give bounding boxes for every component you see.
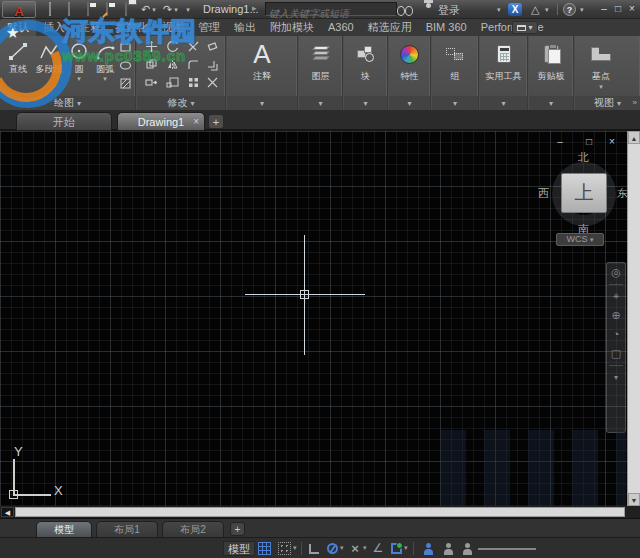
explode-tool[interactable] bbox=[204, 75, 220, 91]
draw-panel-title[interactable]: 绘图 ▾ bbox=[0, 96, 135, 110]
new-drawing-button[interactable] bbox=[42, 3, 57, 16]
nav-wheel-icon[interactable]: ◎ bbox=[607, 263, 625, 282]
mirror-tool[interactable] bbox=[164, 57, 180, 73]
base-point-button[interactable]: 基点 ▾ bbox=[575, 38, 627, 91]
ribbon-tab-addins[interactable]: 附加模块 bbox=[263, 19, 321, 36]
groups-panel-title[interactable]: ▾ bbox=[432, 96, 478, 110]
osnap-dropdown-icon[interactable]: ▾ bbox=[404, 544, 408, 552]
ellipse-tool[interactable] bbox=[117, 58, 134, 73]
scroll-left-button[interactable]: ◀ bbox=[1, 507, 14, 517]
qat-customize-dropdown[interactable]: ▾ bbox=[183, 3, 193, 16]
layout-tab-layout2[interactable]: 布局2 bbox=[162, 521, 224, 538]
model-space-button[interactable]: 模型 bbox=[223, 541, 255, 556]
circle-tool[interactable]: 圆 ▾ bbox=[67, 40, 91, 82]
clipboard-panel-title[interactable]: ▾ bbox=[529, 96, 573, 110]
ribbon-tab-view[interactable]: 视图 bbox=[155, 19, 191, 36]
layout-tab-layout1[interactable]: 布局1 bbox=[96, 521, 158, 538]
close-button[interactable]: × bbox=[626, 3, 638, 16]
file-tab-close-icon[interactable]: × bbox=[193, 113, 199, 131]
vertical-scrollbar[interactable]: ▲ ▼ bbox=[627, 131, 640, 506]
signin-dropdown[interactable]: ▾ bbox=[497, 3, 501, 16]
move-tool[interactable] bbox=[143, 39, 159, 55]
annotation-scale-button[interactable] bbox=[460, 541, 476, 556]
navigation-bar[interactable]: ◎ ⌖ ⊕ ◔ ▢ ▾ bbox=[606, 262, 626, 433]
properties-button[interactable]: 特性 bbox=[389, 38, 430, 83]
drawing-close-button[interactable]: × bbox=[606, 136, 618, 147]
trim-tool[interactable] bbox=[185, 39, 201, 55]
ribbon-tab-bim360[interactable]: BIM 360 bbox=[419, 19, 474, 36]
modify-panel-title[interactable]: 修改 ▾ bbox=[137, 96, 225, 110]
a360-dropdown[interactable]: ▾ bbox=[545, 3, 549, 16]
block-button[interactable]: 块 bbox=[344, 38, 387, 83]
utilities-panel-title[interactable]: ▾ bbox=[480, 96, 527, 110]
help-button[interactable]: ? bbox=[563, 3, 576, 16]
help-dropdown[interactable]: ▾ bbox=[580, 3, 584, 16]
ribbon-display-toggle[interactable]: ▾ bbox=[512, 21, 538, 34]
drawing-restore-button[interactable]: □ bbox=[583, 136, 595, 147]
ribbon-tab-home[interactable]: 默认 bbox=[0, 19, 36, 36]
layout-tab-model[interactable]: 模型 bbox=[36, 521, 92, 538]
open-button[interactable] bbox=[61, 3, 76, 16]
copy-tool[interactable] bbox=[143, 57, 159, 73]
groups-button[interactable]: 组 bbox=[432, 38, 478, 83]
undo-dropdown[interactable]: ▾ bbox=[150, 3, 158, 16]
ribbon-tab-parametric[interactable]: 参数化 bbox=[108, 19, 155, 36]
ribbon-tab-annotate[interactable]: 注释 bbox=[72, 19, 108, 36]
title-expand-icon[interactable]: ▸ bbox=[252, 3, 257, 13]
layers-panel-title[interactable]: ▾ bbox=[299, 96, 342, 110]
ribbon-tab-manage[interactable]: 管理 bbox=[191, 19, 227, 36]
maximize-button[interactable]: □ bbox=[612, 3, 624, 16]
search-input[interactable] bbox=[266, 8, 396, 20]
isometric-drafting-toggle[interactable]: × bbox=[347, 541, 363, 556]
circle-flyout-icon[interactable]: ▾ bbox=[67, 76, 91, 82]
snap-toggle[interactable] bbox=[276, 541, 292, 556]
ribbon-overflow-icon[interactable]: » bbox=[633, 96, 637, 110]
hatch-tool[interactable] bbox=[117, 76, 134, 91]
arc-tool[interactable]: 圆弧 ▾ bbox=[92, 40, 118, 82]
autoscale-annotations-toggle[interactable] bbox=[441, 541, 457, 556]
sign-in-button[interactable]: 登录 bbox=[438, 3, 460, 18]
show-annotation-objects-toggle[interactable] bbox=[421, 541, 437, 556]
exchange-apps-icon[interactable]: X bbox=[508, 3, 522, 16]
arc-flyout-icon[interactable]: ▾ bbox=[92, 76, 118, 82]
horizontal-scroll-track[interactable] bbox=[15, 507, 625, 517]
application-menu-button[interactable]: A bbox=[2, 1, 36, 18]
scroll-up-button[interactable]: ▲ bbox=[628, 131, 640, 144]
ribbon-tab-insert[interactable]: 插入 bbox=[36, 19, 72, 36]
rectangle-tool[interactable] bbox=[117, 40, 134, 55]
nav-pan-icon[interactable]: ⌖ bbox=[607, 287, 625, 306]
wcs-button[interactable]: WCS ▾ bbox=[556, 233, 604, 246]
viewcube-north-label[interactable]: 北 bbox=[578, 150, 589, 165]
scale-tool[interactable] bbox=[164, 75, 180, 91]
annotation-button[interactable]: A 注释 bbox=[227, 38, 297, 83]
annotation-panel-title[interactable]: ▾ bbox=[227, 96, 297, 110]
plot-button[interactable] bbox=[118, 3, 133, 16]
nav-zoom-icon[interactable]: ⊕ bbox=[607, 306, 625, 325]
ribbon-tab-a360[interactable]: A360 bbox=[321, 19, 361, 36]
rotate-tool[interactable] bbox=[164, 39, 180, 55]
nav-orbit-icon[interactable]: ◔ bbox=[607, 325, 625, 344]
object-snap-toggle[interactable] bbox=[388, 541, 404, 556]
erase-tool[interactable] bbox=[204, 39, 220, 55]
file-tab-start[interactable]: 开始 bbox=[16, 112, 112, 131]
navbar-dropdown-icon[interactable]: ▾ bbox=[607, 368, 625, 387]
clipboard-button[interactable]: 剪贴板 bbox=[529, 38, 573, 83]
block-panel-title[interactable]: ▾ bbox=[344, 96, 387, 110]
scroll-down-button[interactable]: ▼ bbox=[628, 493, 640, 506]
horizontal-scrollbar[interactable]: ◀ bbox=[0, 506, 640, 518]
layers-button[interactable]: 图层 bbox=[299, 38, 342, 83]
nav-showmotion-icon[interactable]: ▢ bbox=[607, 344, 625, 363]
line-tool[interactable]: 直线 bbox=[4, 40, 32, 76]
viewcube-west-label[interactable]: 西 bbox=[538, 186, 549, 201]
viewcube-top-face[interactable]: 上 bbox=[561, 173, 607, 213]
snap-dropdown-icon[interactable]: ▾ bbox=[293, 544, 297, 552]
grid-toggle[interactable] bbox=[256, 541, 272, 556]
array-tool[interactable] bbox=[185, 75, 201, 91]
offset-tool[interactable] bbox=[204, 57, 220, 73]
polar-tracking-toggle[interactable] bbox=[324, 541, 340, 556]
drawing-minimize-button[interactable]: – bbox=[554, 136, 566, 147]
ribbon-tab-output[interactable]: 输出 bbox=[227, 19, 263, 36]
fillet-tool[interactable] bbox=[185, 57, 201, 73]
ortho-toggle[interactable] bbox=[306, 541, 322, 556]
polyline-tool[interactable]: 多段线 bbox=[33, 40, 65, 76]
